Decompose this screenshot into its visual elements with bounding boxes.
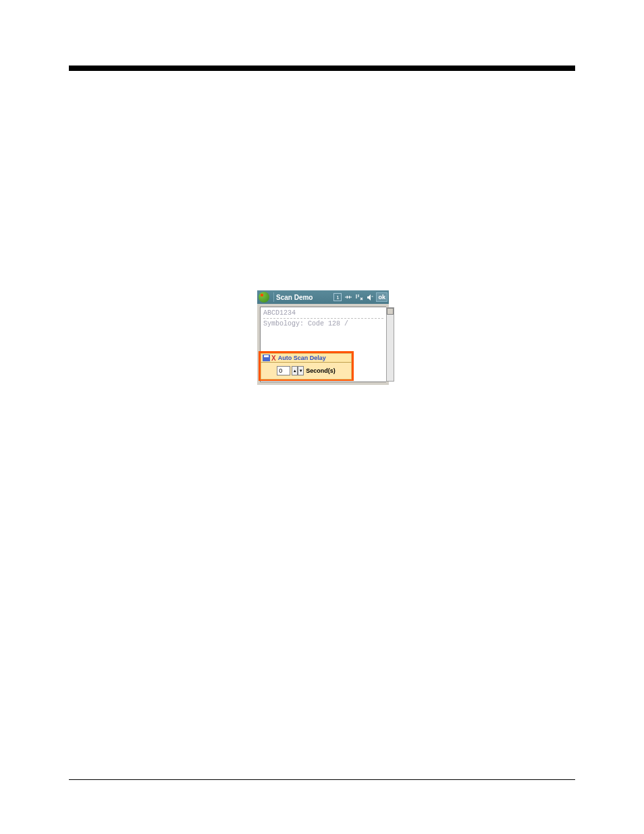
device-screenshot: Scan Demo 1 ok xyxy=(257,290,389,385)
tray-icon-1[interactable]: 1 xyxy=(333,292,342,302)
scrollbar-up[interactable] xyxy=(387,308,394,315)
divider xyxy=(273,292,274,302)
spinner-down[interactable]: ▼ xyxy=(298,366,304,375)
close-icon[interactable]: X xyxy=(271,355,276,362)
scrollbar[interactable] xyxy=(386,307,394,382)
horizontal-rule-bottom xyxy=(69,779,575,780)
connectivity-icon[interactable] xyxy=(344,292,353,302)
signal-icon[interactable] xyxy=(354,292,364,302)
system-tray: 1 ok xyxy=(333,292,387,302)
symbology-line: Symbology: Code 128 / xyxy=(263,320,383,328)
divider-line xyxy=(263,318,383,319)
popup-body: ▲ ▼ Second(s) xyxy=(261,363,352,380)
popup-title: Auto Scan Delay xyxy=(278,355,326,361)
ok-button[interactable]: ok xyxy=(376,292,387,302)
spinner-buttons: ▲ ▼ xyxy=(292,366,304,375)
volume-icon[interactable] xyxy=(365,292,375,302)
horizontal-rule-top xyxy=(69,66,575,71)
auto-scan-delay-popup: X Auto Scan Delay ▲ ▼ Second(s) xyxy=(261,353,352,380)
unit-label: Second(s) xyxy=(306,367,336,374)
popup-titlebar: X Auto Scan Delay xyxy=(261,353,352,363)
delay-input[interactable] xyxy=(277,366,290,375)
save-icon[interactable] xyxy=(263,355,270,361)
app-body: ABCD1234 Symbology: Code 128 / X Auto Sc… xyxy=(257,304,389,385)
window-title: Scan Demo xyxy=(276,294,333,301)
windows-start-icon[interactable] xyxy=(259,292,269,303)
window-titlebar: Scan Demo 1 ok xyxy=(257,290,389,304)
spinner-up[interactable]: ▲ xyxy=(292,366,298,375)
scan-result-line: ABCD1234 xyxy=(263,309,383,317)
